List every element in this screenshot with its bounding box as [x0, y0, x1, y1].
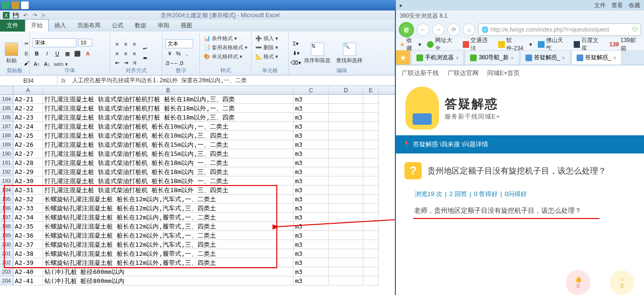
cell[interactable] — [363, 176, 379, 186]
cell[interactable] — [329, 204, 363, 213]
back-button[interactable]: ← — [417, 23, 429, 36]
cell[interactable]: m3 — [294, 240, 329, 249]
font-size-combo[interactable]: 10 — [78, 39, 92, 46]
cell[interactable]: m3 — [294, 249, 329, 258]
cell[interactable]: m3 — [294, 231, 329, 240]
cell[interactable]: 长螺旋钻孔灌注混凝土桩 桩长在12m以内,汽车式,一、二类土 — [43, 195, 294, 204]
cell[interactable] — [363, 195, 379, 204]
browser-tab[interactable]: 手机浏览器× — [411, 50, 464, 65]
cell[interactable] — [363, 240, 379, 249]
cell[interactable]: m3 — [294, 167, 329, 176]
cell[interactable] — [329, 222, 363, 231]
cell[interactable] — [329, 149, 363, 158]
cell[interactable]: m3 — [294, 276, 329, 285]
cell[interactable]: A2-25 — [13, 131, 43, 140]
align-right-icon[interactable]: ≡ — [130, 49, 139, 58]
tab-file[interactable]: 文件 — [0, 20, 25, 32]
cell[interactable]: 打孔灌注混凝土桩 轨道式柴油打桩机 桩长在15m以内,三、四类土 — [43, 149, 294, 158]
cell[interactable] — [329, 213, 363, 222]
row-header[interactable]: 195 — [0, 195, 13, 204]
column-header[interactable]: E — [363, 86, 379, 94]
row-header[interactable]: 203 — [0, 267, 13, 276]
tab-view[interactable]: 视图 — [175, 20, 198, 32]
url-input[interactable]: 🌐 http://e.fwxgx.com/index.php?r=questio… — [478, 23, 641, 36]
cell[interactable]: 钻(冲)孔桩 桩径800mm以内 — [43, 276, 294, 285]
row-header[interactable]: 196 — [0, 204, 13, 213]
cell[interactable] — [329, 113, 363, 122]
align-bot-icon[interactable]: ≡ — [130, 40, 139, 48]
tab-review[interactable]: 审阅 — [152, 20, 175, 32]
cond-format-button[interactable]: 📊 条件格式 ▾ — [203, 34, 249, 43]
currency-icon[interactable]: ¥ — [165, 49, 174, 58]
row-header[interactable]: 188 — [0, 131, 13, 140]
cell[interactable] — [363, 113, 379, 122]
cell[interactable]: m3 — [294, 258, 329, 267]
percent-icon[interactable]: % — [174, 49, 183, 58]
cell[interactable]: A2-28 — [13, 158, 43, 167]
cell[interactable]: A2-24 — [13, 122, 43, 131]
cell[interactable]: A2-31 — [13, 186, 43, 195]
menu-fav[interactable]: 收藏 — [629, 1, 640, 10]
cell[interactable] — [363, 140, 379, 149]
cell[interactable]: 长螺旋钻孔灌注混凝土桩 桩长在12m以内,汽车式,三、四类土 — [43, 204, 294, 213]
row-header[interactable]: 184 — [0, 95, 13, 104]
browser-tab[interactable]: 360导航_新× — [465, 50, 519, 65]
row-header[interactable]: 202 — [0, 258, 13, 267]
cell[interactable]: A2-40 — [13, 267, 43, 276]
cell[interactable]: 打孔灌注混凝土桩 轨道式柴油打桩机 桩长在10m以内,一、二类土 — [43, 122, 294, 131]
column-header[interactable]: C — [294, 86, 329, 94]
cell[interactable] — [363, 122, 379, 131]
cell[interactable]: 钻(冲)孔桩 桩径600mm以内 — [43, 267, 294, 276]
cell[interactable] — [363, 276, 379, 285]
cell[interactable]: m3 — [294, 213, 329, 222]
cell[interactable]: m3 — [294, 122, 329, 131]
cell[interactable]: A2-26 — [13, 140, 43, 149]
cell[interactable] — [329, 167, 363, 176]
favorite-button[interactable]: ☆ 0 — [610, 270, 634, 295]
bold-button[interactable]: B — [33, 49, 41, 58]
cell[interactable]: 长螺旋钻孔灌注混凝土桩 桩长在12m以外,汽车式,一、二类土 — [43, 231, 294, 240]
save-icon[interactable]: 💾 — [12, 12, 19, 19]
cell[interactable]: 打孔灌注混凝土桩 轨道式柴油打桩机打桩 桩长在18m以外,一、二类 — [43, 104, 294, 113]
cell[interactable]: 打孔灌注混凝土桩 轨道式柴油打桩机 桩长在18m以外 一、二类土 — [43, 176, 294, 186]
fill-color-button[interactable]: ⬛ — [73, 49, 82, 58]
cell[interactable] — [363, 258, 379, 267]
autosum-icon[interactable]: Σ▾ — [292, 40, 300, 48]
cell[interactable] — [329, 231, 363, 240]
italic-button[interactable]: I — [43, 49, 51, 58]
delete-cells-button[interactable]: ➖ 删除 ▾ — [254, 44, 279, 52]
home-button[interactable]: ⌂ — [463, 23, 475, 36]
cell[interactable] — [329, 95, 363, 104]
row-header[interactable]: 194 — [0, 186, 13, 195]
cell[interactable] — [363, 267, 379, 276]
insert-cells-button[interactable]: ➕ 插入 ▾ — [254, 34, 279, 43]
cell[interactable] — [329, 240, 363, 249]
align-left-icon[interactable]: ≡ — [113, 49, 121, 58]
align-mid-icon[interactable]: ≡ — [121, 40, 130, 48]
worksheet[interactable]: ABCDE 184A2-21打孔灌注混凝土桩 轨道式柴油打桩机打桩 桩长在18m… — [0, 86, 395, 295]
cell[interactable]: 长螺旋钻孔灌注混凝土桩 桩长在12m以外,履带式,三、四类土 — [43, 258, 294, 267]
tab-layout[interactable]: 页面布局 — [72, 20, 106, 32]
cell[interactable]: A2-35 — [13, 222, 43, 231]
row-header[interactable]: 198 — [0, 222, 13, 231]
cell[interactable] — [329, 267, 363, 276]
cell[interactable] — [329, 195, 363, 204]
nav-link[interactable]: 广联达新干线 — [402, 69, 439, 77]
fill-icon[interactable]: ⬇▾ — [292, 49, 300, 58]
close-icon[interactable]: × — [456, 55, 458, 61]
cell[interactable] — [363, 104, 379, 113]
number-format-combo[interactable]: 文本 — [165, 39, 193, 48]
wrap-text-icon[interactable]: ↩ — [141, 44, 149, 53]
row-header[interactable]: 190 — [0, 149, 13, 158]
fx-icon[interactable]: fx — [57, 77, 69, 84]
browser-logo-icon[interactable]: e — [399, 22, 414, 37]
redo-icon[interactable]: ↷ — [32, 12, 38, 19]
cell[interactable] — [363, 149, 379, 158]
cell[interactable]: m3 — [294, 195, 329, 204]
browser-tab[interactable]: 答疑解惑_× — [520, 50, 570, 65]
cell[interactable] — [329, 131, 363, 140]
tab-data[interactable]: 数据 — [129, 20, 152, 32]
cell[interactable]: A2-32 — [13, 195, 43, 204]
row-header[interactable]: 186 — [0, 113, 13, 122]
browser-tab[interactable]: 答疑解惑_× — [571, 50, 622, 65]
